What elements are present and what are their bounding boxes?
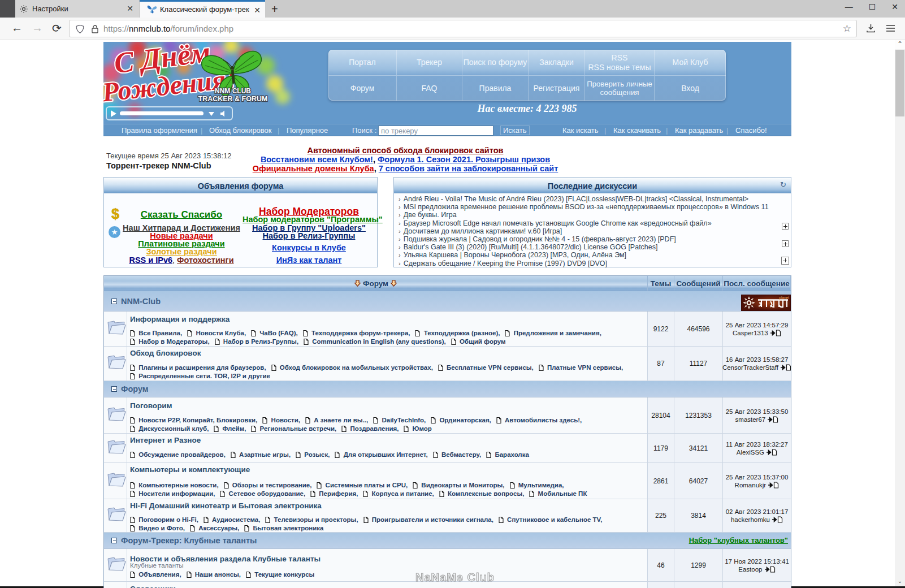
svg-text:planet: planet (779, 296, 789, 300)
svg-text:TRACKER & FORUM: TRACKER & FORUM (198, 95, 268, 103)
svg-text:NNM CLUB: NNM CLUB (215, 87, 251, 95)
